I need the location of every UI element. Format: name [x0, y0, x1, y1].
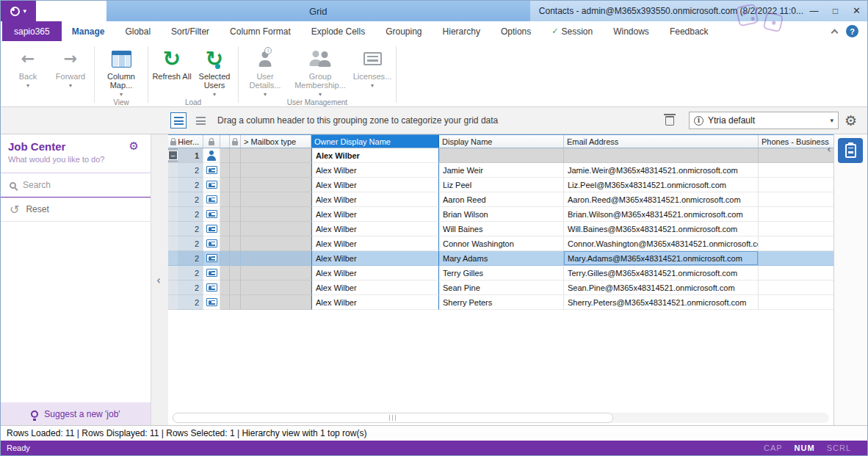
view-mode-rows-button[interactable]	[170, 112, 187, 129]
cell-email-address[interactable]: Jamie.Weir@M365x48314521.onmicrosoft.com	[564, 163, 759, 178]
cell-email-address[interactable]: Terry.Gilles@M365x48314521.onmicrosoft.c…	[564, 266, 759, 281]
cell-hierarchy-level[interactable]: 1	[178, 148, 203, 163]
cell-hierarchy-level[interactable]: 2	[178, 236, 203, 251]
cell-hierarchy-level[interactable]: 2	[178, 281, 203, 295]
cell-email-address[interactable]: Sean.Pine@M365x48314521.onmicrosoft.com	[564, 281, 759, 295]
cell-row-icon[interactable]	[203, 222, 220, 236]
contact-row[interactable]: 2 Alex Wilber Brian Wilson Brian.Wilson@…	[168, 207, 833, 222]
tab-session[interactable]: ✓ Session	[541, 21, 603, 41]
cell-blank[interactable]	[230, 163, 241, 178]
job-center-gear-icon[interactable]: ⚙	[129, 141, 139, 152]
cell-owner-display-name[interactable]: Alex Wilber	[311, 222, 439, 236]
cell-owner-display-name[interactable]: Alex Wilber	[311, 178, 439, 192]
help-icon[interactable]: ?	[846, 25, 858, 37]
cell-mailbox-type[interactable]	[241, 251, 311, 266]
cell-blank[interactable]	[230, 295, 241, 310]
cell-blank[interactable]	[220, 148, 230, 163]
tab-global[interactable]: Global	[115, 21, 161, 41]
contact-row[interactable]: 2 Alex Wilber Connor Washington Connor.W…	[168, 236, 833, 251]
column-header-mailbox-type[interactable]: > Mailbox type	[241, 135, 311, 148]
cell-display-name[interactable]: Mary Adams	[439, 251, 564, 266]
contact-row[interactable]: 2 Alex Wilber Terry Gilles Terry.Gilles@…	[168, 266, 833, 281]
cell-row-icon[interactable]	[203, 251, 220, 266]
cell-blank[interactable]	[220, 207, 230, 222]
cell-email-address[interactable]: Brian.Wilson@M365x48314521.onmicrosoft.c…	[564, 207, 759, 222]
cell-mailbox-type[interactable]	[241, 295, 311, 310]
selected-users-button[interactable]: ↻ Selected Users ▾	[193, 43, 236, 98]
column-map-button[interactable]: Column Map... ▾	[97, 43, 145, 98]
cell-hierarchy-level[interactable]: 2	[178, 163, 203, 178]
column-header-blank[interactable]	[220, 135, 230, 148]
cell-display-name[interactable]: Connor Washington	[439, 236, 564, 251]
cell-phones-business[interactable]	[759, 222, 833, 236]
cell-phones-business[interactable]	[759, 295, 833, 310]
expand-right-panel-icon[interactable]: ‹	[827, 143, 831, 155]
cell-blank[interactable]	[220, 222, 230, 236]
dropdown-caret-icon[interactable]: ▾	[830, 117, 833, 124]
cell-row-icon[interactable]	[203, 295, 220, 310]
column-header-lock[interactable]	[203, 135, 220, 148]
cell-hierarchy-level[interactable]: 2	[178, 295, 203, 310]
tab-grouping[interactable]: Grouping	[375, 21, 432, 41]
collapse-sidebar-icon[interactable]: ‹	[156, 274, 161, 287]
cell-owner-display-name[interactable]: Alex Wilber	[311, 148, 439, 163]
quick-access-caret-icon[interactable]: ▾	[23, 7, 27, 15]
user-details-button[interactable]: i User Details... ▾	[241, 43, 289, 98]
cell-row-icon[interactable]	[203, 178, 220, 192]
cell-row-icon[interactable]	[203, 266, 220, 281]
cell-mailbox-type[interactable]	[241, 163, 311, 178]
column-header-display-name[interactable]: Display Name	[439, 135, 564, 148]
collapse-box-icon[interactable]: −	[168, 151, 178, 160]
cell-hierarchy-level[interactable]: 2	[178, 222, 203, 236]
cell-owner-display-name[interactable]: Alex Wilber	[311, 163, 439, 178]
cell-blank[interactable]	[230, 222, 241, 236]
cell-display-name[interactable]: Aaron Reed	[439, 192, 564, 207]
cell-hierarchy-level[interactable]: 2	[178, 192, 203, 207]
cell-blank[interactable]	[220, 236, 230, 251]
cell-display-name[interactable]: Sean Pine	[439, 281, 564, 295]
cell-phones-business[interactable]	[759, 281, 833, 295]
minimize-button[interactable]: —	[803, 1, 825, 21]
cell-email-address[interactable]	[564, 148, 759, 163]
cell-hierarchy-level[interactable]: 2	[178, 251, 203, 266]
cell-hierarchy-level[interactable]: 2	[178, 266, 203, 281]
cell-mailbox-type[interactable]	[241, 222, 311, 236]
cell-mailbox-type[interactable]	[241, 281, 311, 295]
cell-expand[interactable]	[168, 222, 178, 236]
tab-explode-cells[interactable]: Explode Cells	[301, 21, 375, 41]
cell-expand[interactable]	[168, 281, 178, 295]
cell-blank[interactable]	[230, 281, 241, 295]
cell-blank[interactable]	[230, 266, 241, 281]
cell-mailbox-type[interactable]	[241, 148, 311, 163]
collapse-ribbon-icon[interactable]	[831, 29, 839, 37]
cell-blank[interactable]	[230, 148, 241, 163]
cell-phones-business[interactable]	[759, 192, 833, 207]
cell-row-icon[interactable]	[203, 148, 220, 163]
cell-display-name[interactable]	[439, 148, 564, 163]
cell-blank[interactable]	[220, 192, 230, 207]
cell-blank[interactable]	[220, 295, 230, 310]
cell-mailbox-type[interactable]	[241, 192, 311, 207]
cell-blank[interactable]	[220, 281, 230, 295]
cell-blank[interactable]	[220, 266, 230, 281]
cell-display-name[interactable]: Brian Wilson	[439, 207, 564, 222]
refresh-all-button[interactable]: ↻ Refresh All	[151, 43, 193, 81]
view-mode-list-button[interactable]	[192, 112, 209, 129]
cell-hierarchy-level[interactable]: 2	[178, 207, 203, 222]
tab-windows[interactable]: Windows	[603, 21, 659, 41]
cell-email-address[interactable]: Aaron.Reed@M365x48314521.onmicrosoft.com	[564, 192, 759, 207]
cell-expand[interactable]	[168, 266, 178, 281]
cell-owner-display-name[interactable]: Alex Wilber	[311, 295, 439, 310]
notes-panel-button[interactable]	[838, 138, 863, 163]
cell-mailbox-type[interactable]	[241, 178, 311, 192]
cell-blank[interactable]	[230, 207, 241, 222]
cell-phones-business[interactable]	[759, 148, 833, 163]
cell-mailbox-type[interactable]	[241, 236, 311, 251]
cell-blank[interactable]	[230, 236, 241, 251]
cell-blank[interactable]	[220, 178, 230, 192]
preset-dropdown[interactable]: i Ytria default ▾	[689, 112, 839, 129]
grid-settings-gear-icon[interactable]: ⚙	[845, 114, 857, 128]
cell-display-name[interactable]: Terry Gilles	[439, 266, 564, 281]
column-header-lock[interactable]	[230, 135, 241, 148]
tab-feedback[interactable]: Feedback	[659, 21, 719, 41]
